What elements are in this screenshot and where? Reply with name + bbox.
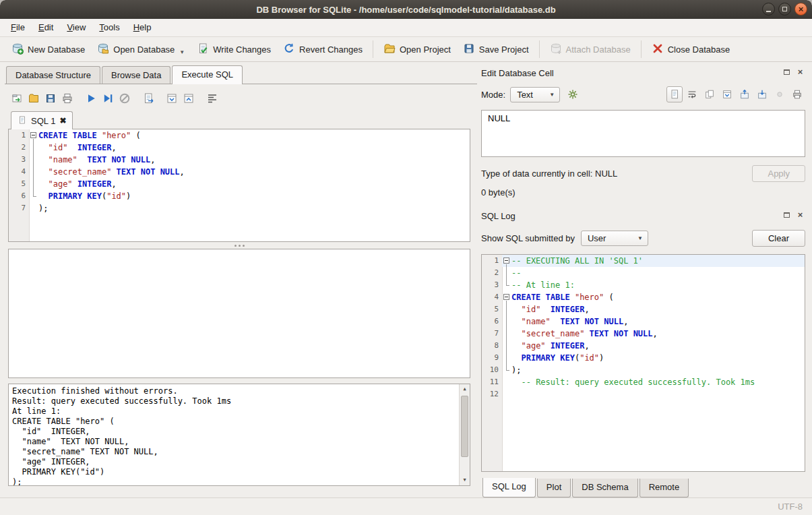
title-bar: DB Browser for SQLite - /home/user/code/… (0, 0, 812, 19)
close-dock-button[interactable]: × (795, 210, 805, 220)
line-number: 9 (482, 352, 502, 364)
line-number: 10 (482, 364, 502, 376)
submitter-select[interactable]: User ▼ (581, 231, 648, 246)
sql-code-editor[interactable]: 1CREATE TABLE "hero" (2 "id" INTEGER,3 "… (8, 129, 470, 242)
scrollbar-track[interactable] (460, 394, 470, 475)
print-cell-button[interactable] (789, 86, 805, 102)
line-number: 2 (482, 267, 502, 279)
execute-all-button[interactable] (82, 90, 99, 107)
results-grid[interactable] (8, 249, 470, 378)
output-scrollbar[interactable]: ▲ ▼ (459, 384, 470, 485)
save-results-button[interactable] (180, 90, 197, 107)
word-wrap-button[interactable] (684, 86, 700, 102)
menu-view[interactable]: View (60, 19, 92, 36)
float-icon (784, 69, 790, 75)
fold-marker (29, 190, 38, 202)
cell-value-editor[interactable]: NULL (481, 110, 805, 157)
menu-tools[interactable]: Tools (92, 19, 126, 36)
code-line: 1-- EXECUTING ALL IN 'SQL 1' (482, 255, 805, 267)
window-controls: × (762, 3, 807, 16)
execution-output[interactable]: Execution finished without errors.Result… (8, 384, 470, 486)
splitter-dot (239, 245, 241, 247)
save-project-button[interactable]: Save Project (457, 39, 535, 60)
line-number: 5 (9, 178, 29, 190)
code-text: ); (38, 202, 470, 214)
sql-log-dock: SQL Log × Show SQL submitted by User ▼ C… (481, 208, 805, 497)
right-dock-area: Edit Database Cell × Mode: Text ▼ NULL (477, 62, 812, 497)
fold-marker (502, 315, 511, 328)
toolbar-button-label: Attach Database (566, 44, 631, 55)
tab-database-structure[interactable]: Database Structure (6, 66, 100, 84)
menu-help[interactable]: Help (127, 19, 158, 36)
auto-switch-mode-button[interactable] (565, 86, 581, 102)
print-sql-button[interactable] (59, 90, 75, 107)
code-line: 9 PRIMARY KEY("id") (482, 352, 805, 364)
tab-plot[interactable]: Plot (537, 479, 571, 497)
code-text: -- (511, 267, 805, 279)
close-dock-button[interactable]: × (795, 67, 805, 77)
clear-log-button[interactable]: Clear (752, 230, 805, 247)
dropdown-arrow-icon[interactable]: ▼ (179, 49, 185, 57)
code-text: CREATE TABLE "hero" ( (38, 129, 470, 142)
save-sql-file-button[interactable] (42, 90, 59, 107)
code-text: PRIMARY KEY("id") (38, 190, 470, 202)
sql-log-dock-header: SQL Log × (481, 208, 805, 223)
code-line: 7 "secret_name" TEXT NOT NULL, (482, 328, 805, 340)
open-database-button[interactable]: Open Database▼ (91, 39, 191, 60)
tab-execute-sql[interactable]: Execute SQL (172, 65, 243, 84)
new-database-button[interactable]: New Database (5, 39, 91, 60)
tab-sql-log[interactable]: SQL Log (482, 478, 536, 497)
scrollbar-thumb[interactable] (461, 396, 468, 457)
close-window-button[interactable]: × (794, 3, 807, 16)
sql-document-tab[interactable]: SQL 1 ✖ (11, 111, 73, 129)
fold-collapse-icon[interactable] (503, 294, 509, 300)
float-dock-button[interactable] (782, 210, 792, 220)
tab-db-schema[interactable]: DB Schema (572, 479, 637, 497)
scroll-down-icon[interactable]: ▼ (460, 475, 470, 485)
line-number: 1 (482, 255, 502, 267)
line-number: 8 (482, 340, 502, 352)
mode-select[interactable]: Text ▼ (510, 87, 560, 102)
auto-format-button[interactable] (204, 90, 220, 107)
revert-changes-button[interactable]: Revert Changes (277, 39, 369, 60)
line-number: 7 (482, 328, 502, 340)
code-text: CREATE TABLE "hero" ( (511, 291, 805, 303)
apply-file-to-cell-button[interactable] (754, 86, 770, 102)
code-text: "age" INTEGER, (38, 178, 470, 190)
menu-file[interactable]: File (4, 19, 32, 36)
fold-collapse-icon[interactable] (30, 132, 36, 138)
open-sql-file-button[interactable] (25, 90, 42, 107)
fold-marker (29, 129, 38, 142)
execute-current-line-button[interactable] (99, 90, 116, 107)
export-results-button[interactable] (139, 90, 156, 107)
cell-info-row: Type of data currently in cell: NULL App… (481, 165, 805, 182)
tab-browse-data[interactable]: Browse Data (102, 66, 170, 84)
write-changes-button[interactable]: Write Changes (191, 39, 277, 60)
minimize-button[interactable] (762, 3, 775, 16)
attach-database-icon (550, 42, 562, 57)
open-results-button[interactable] (163, 90, 180, 107)
line-number: 7 (9, 202, 29, 214)
float-dock-button[interactable] (782, 67, 792, 77)
fold-collapse-icon[interactable] (503, 258, 509, 264)
close-database-button[interactable]: Close Database (646, 39, 737, 60)
menu-edit[interactable]: Edit (32, 19, 60, 36)
open-project-button[interactable]: Open Project (377, 39, 457, 60)
output-line: CREATE TABLE "hero" ( (12, 417, 456, 427)
export-cell-data-button[interactable] (737, 86, 753, 102)
maximize-button[interactable] (778, 3, 791, 16)
apply-button[interactable]: Apply (752, 165, 805, 182)
toolbar-button-label: Close Database (668, 44, 730, 55)
text-view-button[interactable] (666, 86, 683, 102)
code-line: 10); (482, 364, 805, 376)
scroll-up-icon[interactable]: ▲ (460, 384, 470, 394)
tab-close-icon[interactable]: ✖ (59, 117, 66, 125)
import-cell-data-button[interactable] (719, 86, 735, 102)
code-text: "age" INTEGER, (511, 340, 805, 352)
open-sql-new-tab-button[interactable] (8, 90, 25, 107)
copy-cell-button[interactable] (701, 86, 718, 102)
splitter-handle[interactable] (8, 242, 470, 249)
sql-log-viewer[interactable]: 1-- EXECUTING ALL IN 'SQL 1'2--3-- At li… (481, 254, 805, 472)
tab-remote[interactable]: Remote (639, 479, 689, 497)
code-text: "name" TEXT NOT NULL, (38, 154, 470, 166)
